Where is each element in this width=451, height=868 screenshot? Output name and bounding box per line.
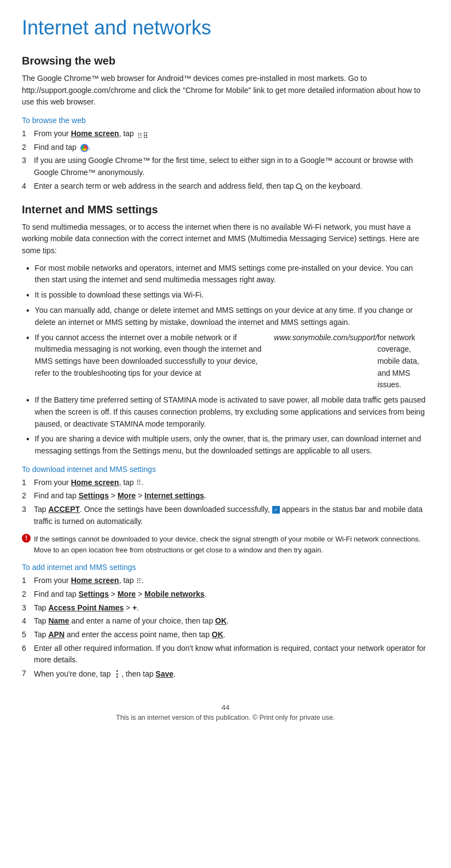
search-icon	[296, 183, 303, 190]
mms-section: Internet and MMS settings To send multim…	[22, 203, 429, 681]
footer: 44 This is an internet version of this p…	[22, 703, 429, 721]
download-mms-label: To download internet and MMS settings	[22, 465, 429, 474]
browse-step-4: 4 Enter a search term or web address in …	[22, 180, 429, 193]
add-step-7: 7 When you're done, tap ⋮, then tap Save…	[22, 668, 429, 681]
add-step-2: 2 Find and tap Settings > More > Mobile …	[22, 589, 429, 601]
browse-step-3: 3 If you are using Google Chrome™ for th…	[22, 155, 429, 178]
apps-grid-icon2: ⠿	[136, 576, 142, 587]
mms-intro: To send multimedia messages, or to acces…	[22, 222, 429, 257]
mms-bullet-6: If you are sharing a device with multipl…	[22, 433, 429, 457]
browsing-intro: The Google Chrome™ web browser for Andro…	[22, 73, 429, 108]
svg-point-0	[296, 184, 301, 189]
download-step-1: 1 From your Home screen, tap ⠿.	[22, 477, 429, 489]
browsing-title: Browsing the web	[22, 55, 429, 67]
warning-box: ! If the settings cannot be downloaded t…	[22, 534, 429, 555]
add-step-4: 4 Tap Name and enter a name of your choi…	[22, 615, 429, 627]
add-step-6: 6 Enter all other required information. …	[22, 643, 429, 666]
svg-line-1	[301, 188, 303, 190]
mms-bullet-3: You can manually add, change or delete i…	[22, 305, 429, 328]
mms-bullet-5: If the Battery time preferred setting of…	[22, 394, 429, 430]
apps-grid-icon: ⠿	[136, 477, 142, 488]
add-step-5: 5 Tap APN and enter the access point nam…	[22, 629, 429, 641]
download-step-2: 2 Find and tap Settings > More > Interne…	[22, 490, 429, 502]
warning-icon: !	[22, 534, 31, 543]
to-browse-web-label: To browse the web	[22, 116, 429, 125]
add-step-1: 1 From your Home screen, tap ⠿.	[22, 575, 429, 587]
browse-step-1: 1 From your Home screen, tap ⠿.	[22, 128, 429, 140]
download-steps-list: 1 From your Home screen, tap ⠿. 2 Find a…	[22, 477, 429, 528]
browse-steps-list: 1 From your Home screen, tap ⠿. 2 Find a…	[22, 128, 429, 192]
add-step-3: 3 Tap Access Point Names > +.	[22, 602, 429, 614]
page-number: 44	[22, 703, 429, 712]
page-title: Internet and networks	[22, 16, 429, 39]
browsing-section: Browsing the web The Google Chrome™ web …	[22, 55, 429, 193]
mms-bullet-4: If you cannot access the internet over a…	[22, 332, 429, 391]
footer-note: This is an internet version of this publ…	[22, 714, 429, 721]
mms-bullet-2: It is possible to download these setting…	[22, 289, 429, 301]
add-mms-label: To add internet and MMS settings	[22, 563, 429, 572]
mms-bullets-list: For most mobile networks and operators, …	[22, 263, 429, 457]
menu-icon: ⋮	[113, 669, 121, 679]
download-checkmark-icon: ✓	[272, 506, 280, 514]
chrome-icon	[80, 144, 89, 152]
add-steps-list: 1 From your Home screen, tap ⠿. 2 Find a…	[22, 575, 429, 681]
browse-step-2: 2 Find and tap .	[22, 142, 429, 154]
warning-text: If the settings cannot be downloaded to …	[34, 534, 429, 555]
download-step-3: 3 Tap ACCEPT. Once the settings have bee…	[22, 504, 429, 527]
apps-icon: ⠿	[137, 130, 145, 138]
mms-title: Internet and MMS settings	[22, 203, 429, 216]
mms-bullet-1: For most mobile networks and operators, …	[22, 263, 429, 286]
